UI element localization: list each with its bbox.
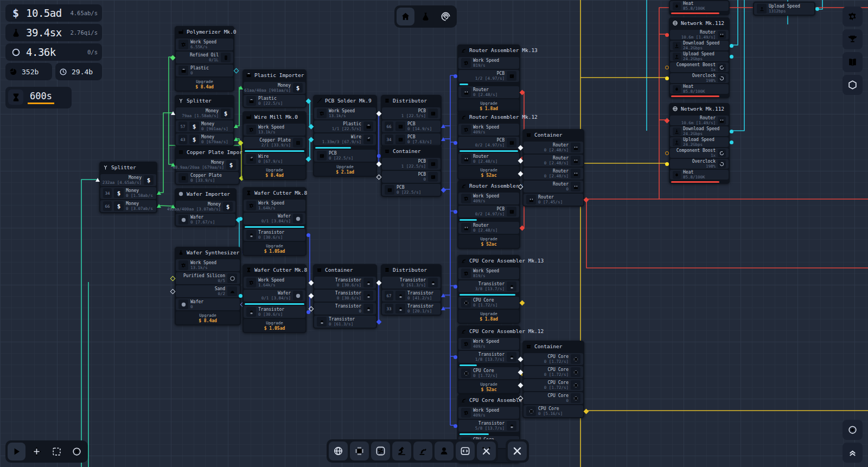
- input-port[interactable]: [665, 151, 669, 155]
- encyclopedia-button[interactable]: [843, 52, 863, 72]
- input-port[interactable]: [95, 178, 100, 182]
- node-network-2[interactable]: Network Mk.112Router10.6m [1.49/s]Downlo…: [669, 103, 730, 184]
- output-port[interactable]: [441, 124, 445, 128]
- input-port[interactable]: [239, 294, 242, 298]
- input-port[interactable]: [665, 76, 669, 80]
- modules-button[interactable]: [843, 75, 863, 95]
- input-port[interactable]: [171, 163, 175, 167]
- node-router-assembler-12a[interactable]: Router Assembler Mk.12Work Speed409/sPCB…: [457, 111, 520, 180]
- node-wafer-importer[interactable]: Wafer ImporterMoney492aa/400aa [3.07ab/s…: [175, 188, 237, 227]
- dock-engineering[interactable]: [477, 442, 496, 460]
- node-pcb-solder[interactable]: PCB Solder Mk.9Work Speed13.1k/sPlastic1…: [313, 95, 377, 177]
- upgrade-button[interactable]: Upgrade$ 8.4ad: [176, 78, 233, 91]
- node-network-partial[interactable]: Heat85.8/100K: [669, 0, 730, 15]
- upgrade-button[interactable]: Upgrade$ 1.05ad: [244, 242, 305, 255]
- dock-cooling[interactable]: [371, 442, 390, 460]
- row-label: Work Speed: [258, 125, 303, 130]
- upgrade-button[interactable]: Upgrade$ 52ac: [458, 166, 519, 179]
- science-resource[interactable]: 39.4sx 2.76qi/s: [5, 24, 102, 41]
- node-wire-mill[interactable]: Wire Mill Mk.0Work Speed13.1k/sCopper Pl…: [242, 111, 307, 180]
- tool-move[interactable]: [28, 443, 46, 460]
- node-upload-node[interactable]: Upload Speed1312bps: [753, 2, 815, 16]
- dock-network[interactable]: [329, 442, 348, 460]
- cycles-resource[interactable]: 29.4b: [55, 63, 102, 80]
- settings-button[interactable]: [843, 7, 863, 27]
- output-port[interactable]: [441, 293, 445, 297]
- money-resource[interactable]: $ 10.5ad 4.65ab/s: [5, 4, 102, 22]
- node-container-cpu[interactable]: ContainerCPU Core0 [1.72/s]CPU Core0 [1.…: [522, 341, 584, 418]
- upgrade-button[interactable]: Upgrade$ 8.4ad: [244, 166, 305, 179]
- node-polymerizer[interactable]: Polymerizer Mk.0Work Speed6.55K/sRefined…: [175, 26, 234, 92]
- tab-research[interactable]: [417, 8, 435, 25]
- achievements-button[interactable]: [843, 29, 863, 49]
- input-port[interactable]: [171, 111, 175, 115]
- node-splitter-top[interactable]: SplitterMoney79aa [1.58ab/s]$57$Money0 […: [175, 95, 234, 146]
- output-port[interactable]: [441, 137, 445, 141]
- dock-research[interactable]: [392, 442, 411, 460]
- timer-widget[interactable]: 600s: [5, 87, 72, 108]
- input-port[interactable]: [454, 74, 457, 78]
- node-distributor-transistor[interactable]: DistributorTransistor0 [61.3/s]67Transis…: [381, 264, 442, 316]
- output-port[interactable]: [307, 233, 310, 237]
- node-splitter-left[interactable]: SplitterMoney232aa [4.65ab/s]$34$Money0 …: [99, 162, 157, 213]
- node-cpu-assembler-12a[interactable]: CPU Core Assembler Mk.12Work Speed409/sT…: [457, 325, 520, 394]
- upgrade-button[interactable]: Upgrade$ 1.05ad: [244, 319, 305, 332]
- tool-play[interactable]: [8, 443, 25, 460]
- node-container-transistor[interactable]: ContainerTransistor0 [30.6/s]Transistor0…: [313, 264, 377, 329]
- upgrade-button[interactable]: Upgrade$ 52ac: [458, 380, 519, 393]
- prestige-resource[interactable]: 4.36k 0/s: [5, 43, 102, 61]
- input-port[interactable]: [665, 33, 669, 37]
- output-port[interactable]: [234, 124, 238, 128]
- upgrade-button[interactable]: Upgrade$ 1.8ad: [458, 310, 519, 323]
- input-port[interactable]: [454, 141, 457, 145]
- output-port[interactable]: [730, 55, 733, 59]
- tool-circle-select[interactable]: [68, 443, 86, 460]
- input-port[interactable]: [454, 424, 457, 428]
- upgrade-button[interactable]: Upgrade$ 1.8ad: [458, 99, 519, 112]
- output-port[interactable]: [377, 154, 381, 158]
- output-port[interactable]: [157, 204, 161, 208]
- input-port[interactable]: [454, 285, 457, 289]
- output-port[interactable]: [730, 130, 733, 133]
- node-cpu-assembler-13[interactable]: CPU Core Assembler Mk.13Work Speed819/sT…: [457, 255, 520, 324]
- minimap-button[interactable]: [843, 420, 863, 440]
- input-port[interactable]: [171, 204, 175, 208]
- dock-scripts[interactable]: [456, 442, 475, 460]
- upgrade-button[interactable]: Upgrade$ 2.1ad: [314, 163, 376, 176]
- upgrade-button[interactable]: Upgrade$ 8.4ad: [176, 311, 240, 324]
- shards-resource[interactable]: 352b: [5, 63, 52, 80]
- input-port[interactable]: [665, 66, 669, 69]
- node-container-router[interactable]: ContainerRouter0 [2.48/s]Router0 [2.48/s…: [522, 129, 584, 207]
- collapse-button[interactable]: [843, 443, 863, 463]
- input-port[interactable]: [239, 217, 242, 221]
- output-port[interactable]: [234, 137, 238, 141]
- input-port[interactable]: [454, 355, 457, 359]
- tab-home[interactable]: [397, 8, 414, 25]
- node-wafer-cutter-2[interactable]: Wafer Cutter Mk.8Work Speed1.64k/sWafer0…: [242, 264, 307, 333]
- output-port[interactable]: [441, 306, 445, 310]
- output-port[interactable]: [157, 191, 161, 195]
- dock-repair[interactable]: [508, 442, 527, 460]
- node-wafer-synthesizer[interactable]: Wafer Synthesizer Mk.0Work Speed13.1k/sP…: [175, 247, 241, 325]
- dock-chips[interactable]: [350, 442, 369, 460]
- node-copper-plate-importer[interactable]: Copper Plate ImporterMoney48.9aa/20aa [6…: [175, 146, 240, 185]
- input-port[interactable]: [454, 210, 457, 214]
- node-distributor-pcb[interactable]: DistributorPCB1 [22.5/s]66PCB0 [14.9/s]3…: [381, 95, 442, 146]
- input-port[interactable]: [239, 86, 243, 89]
- output-port[interactable]: [730, 140, 733, 144]
- node-router-assembler-13[interactable]: Router Assembler Mk.13Work Speed819/sPCB…: [457, 44, 520, 113]
- dock-automation[interactable]: [413, 442, 432, 460]
- node-container-pcb[interactable]: ContainerPCB1 [22.5/s]PCB0PCB0 [22.5/s]: [381, 145, 442, 197]
- dock-workers[interactable]: [435, 442, 454, 460]
- tab-prestige[interactable]: [437, 8, 455, 25]
- node-network-1[interactable]: Network Mk.112Router10.6m [1.49/s]Downlo…: [669, 17, 730, 98]
- output-port[interactable]: [730, 44, 733, 48]
- output-port[interactable]: [815, 7, 819, 11]
- node-router-assembler-12b[interactable]: Router Assembler Mk.12Work Speed409/sPCB…: [457, 180, 520, 249]
- input-port[interactable]: [665, 162, 669, 166]
- tool-box-select[interactable]: [48, 443, 66, 460]
- node-wafer-cutter-1[interactable]: Wafer Cutter Mk.8Work Speed1.64k/sWafer0…: [242, 187, 307, 256]
- upgrade-button[interactable]: Upgrade$ 52ac: [458, 235, 519, 248]
- node-plastic-importer[interactable]: Plastic ImporterMoney61aa/40aa [901aa/s]…: [242, 69, 307, 108]
- row-value: 61aa/40aa [901aa/s]: [244, 88, 291, 93]
